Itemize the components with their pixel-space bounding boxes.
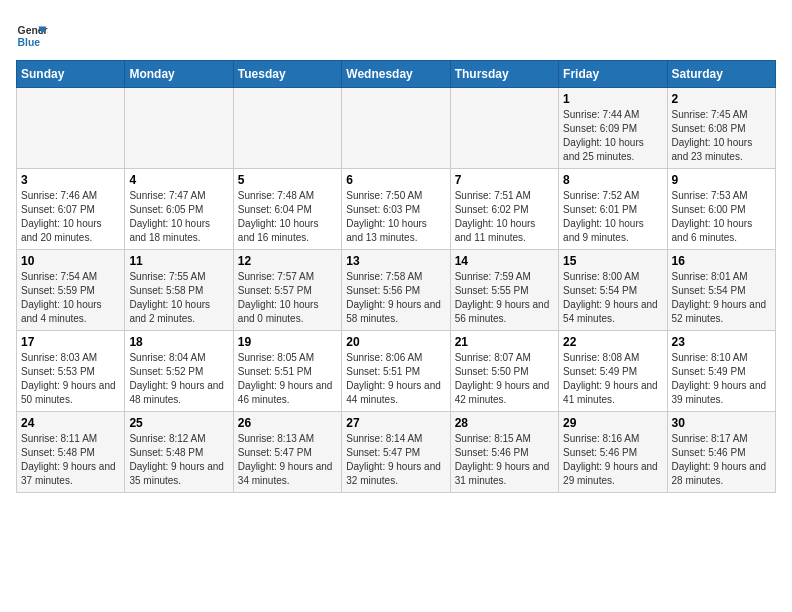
logo: General Blue [16, 20, 48, 52]
day-info: Sunrise: 7:52 AMSunset: 6:01 PMDaylight:… [563, 189, 662, 245]
day-number: 25 [129, 416, 228, 430]
day-number: 13 [346, 254, 445, 268]
day-info: Sunrise: 8:00 AMSunset: 5:54 PMDaylight:… [563, 270, 662, 326]
day-info: Sunrise: 8:11 AMSunset: 5:48 PMDaylight:… [21, 432, 120, 488]
calendar-cell: 4Sunrise: 7:47 AMSunset: 6:05 PMDaylight… [125, 169, 233, 250]
day-info: Sunrise: 8:03 AMSunset: 5:53 PMDaylight:… [21, 351, 120, 407]
calendar-cell: 18Sunrise: 8:04 AMSunset: 5:52 PMDayligh… [125, 331, 233, 412]
day-number: 17 [21, 335, 120, 349]
day-number: 14 [455, 254, 554, 268]
calendar-cell: 15Sunrise: 8:00 AMSunset: 5:54 PMDayligh… [559, 250, 667, 331]
weekday-header: Wednesday [342, 61, 450, 88]
day-number: 6 [346, 173, 445, 187]
calendar-cell: 9Sunrise: 7:53 AMSunset: 6:00 PMDaylight… [667, 169, 775, 250]
weekday-header: Thursday [450, 61, 558, 88]
day-number: 24 [21, 416, 120, 430]
day-info: Sunrise: 7:50 AMSunset: 6:03 PMDaylight:… [346, 189, 445, 245]
day-info: Sunrise: 8:10 AMSunset: 5:49 PMDaylight:… [672, 351, 771, 407]
calendar-table: SundayMondayTuesdayWednesdayThursdayFrid… [16, 60, 776, 493]
day-info: Sunrise: 7:53 AMSunset: 6:00 PMDaylight:… [672, 189, 771, 245]
calendar-cell: 19Sunrise: 8:05 AMSunset: 5:51 PMDayligh… [233, 331, 341, 412]
day-info: Sunrise: 7:55 AMSunset: 5:58 PMDaylight:… [129, 270, 228, 326]
day-info: Sunrise: 7:48 AMSunset: 6:04 PMDaylight:… [238, 189, 337, 245]
day-info: Sunrise: 8:07 AMSunset: 5:50 PMDaylight:… [455, 351, 554, 407]
day-number: 8 [563, 173, 662, 187]
calendar-cell: 30Sunrise: 8:17 AMSunset: 5:46 PMDayligh… [667, 412, 775, 493]
calendar-cell: 6Sunrise: 7:50 AMSunset: 6:03 PMDaylight… [342, 169, 450, 250]
day-number: 20 [346, 335, 445, 349]
calendar-cell [342, 88, 450, 169]
calendar-cell [17, 88, 125, 169]
calendar-cell: 24Sunrise: 8:11 AMSunset: 5:48 PMDayligh… [17, 412, 125, 493]
day-info: Sunrise: 7:44 AMSunset: 6:09 PMDaylight:… [563, 108, 662, 164]
day-number: 2 [672, 92, 771, 106]
day-number: 15 [563, 254, 662, 268]
calendar-cell: 13Sunrise: 7:58 AMSunset: 5:56 PMDayligh… [342, 250, 450, 331]
calendar-cell: 12Sunrise: 7:57 AMSunset: 5:57 PMDayligh… [233, 250, 341, 331]
day-number: 11 [129, 254, 228, 268]
day-number: 26 [238, 416, 337, 430]
day-info: Sunrise: 7:58 AMSunset: 5:56 PMDaylight:… [346, 270, 445, 326]
day-number: 4 [129, 173, 228, 187]
weekday-header: Saturday [667, 61, 775, 88]
calendar-cell: 16Sunrise: 8:01 AMSunset: 5:54 PMDayligh… [667, 250, 775, 331]
calendar-cell: 26Sunrise: 8:13 AMSunset: 5:47 PMDayligh… [233, 412, 341, 493]
day-info: Sunrise: 8:16 AMSunset: 5:46 PMDaylight:… [563, 432, 662, 488]
day-number: 18 [129, 335, 228, 349]
day-info: Sunrise: 8:01 AMSunset: 5:54 PMDaylight:… [672, 270, 771, 326]
calendar-cell [233, 88, 341, 169]
day-number: 30 [672, 416, 771, 430]
calendar-cell: 20Sunrise: 8:06 AMSunset: 5:51 PMDayligh… [342, 331, 450, 412]
day-number: 19 [238, 335, 337, 349]
day-number: 3 [21, 173, 120, 187]
calendar-cell [450, 88, 558, 169]
calendar-cell: 28Sunrise: 8:15 AMSunset: 5:46 PMDayligh… [450, 412, 558, 493]
day-info: Sunrise: 8:06 AMSunset: 5:51 PMDaylight:… [346, 351, 445, 407]
header: General Blue [16, 16, 776, 52]
logo-icon: General Blue [16, 20, 48, 52]
day-number: 29 [563, 416, 662, 430]
day-info: Sunrise: 7:51 AMSunset: 6:02 PMDaylight:… [455, 189, 554, 245]
weekday-header: Tuesday [233, 61, 341, 88]
day-info: Sunrise: 8:17 AMSunset: 5:46 PMDaylight:… [672, 432, 771, 488]
calendar-cell: 27Sunrise: 8:14 AMSunset: 5:47 PMDayligh… [342, 412, 450, 493]
day-number: 12 [238, 254, 337, 268]
calendar-cell: 17Sunrise: 8:03 AMSunset: 5:53 PMDayligh… [17, 331, 125, 412]
weekday-header: Friday [559, 61, 667, 88]
day-info: Sunrise: 8:13 AMSunset: 5:47 PMDaylight:… [238, 432, 337, 488]
day-number: 16 [672, 254, 771, 268]
day-info: Sunrise: 8:08 AMSunset: 5:49 PMDaylight:… [563, 351, 662, 407]
calendar-cell: 2Sunrise: 7:45 AMSunset: 6:08 PMDaylight… [667, 88, 775, 169]
calendar-cell: 23Sunrise: 8:10 AMSunset: 5:49 PMDayligh… [667, 331, 775, 412]
day-info: Sunrise: 7:54 AMSunset: 5:59 PMDaylight:… [21, 270, 120, 326]
day-info: Sunrise: 7:47 AMSunset: 6:05 PMDaylight:… [129, 189, 228, 245]
day-info: Sunrise: 7:57 AMSunset: 5:57 PMDaylight:… [238, 270, 337, 326]
calendar-cell [125, 88, 233, 169]
calendar-cell: 10Sunrise: 7:54 AMSunset: 5:59 PMDayligh… [17, 250, 125, 331]
weekday-header: Sunday [17, 61, 125, 88]
day-number: 9 [672, 173, 771, 187]
svg-text:Blue: Blue [18, 37, 41, 48]
calendar-cell: 5Sunrise: 7:48 AMSunset: 6:04 PMDaylight… [233, 169, 341, 250]
calendar-cell: 25Sunrise: 8:12 AMSunset: 5:48 PMDayligh… [125, 412, 233, 493]
calendar-cell: 1Sunrise: 7:44 AMSunset: 6:09 PMDaylight… [559, 88, 667, 169]
weekday-header: Monday [125, 61, 233, 88]
day-number: 1 [563, 92, 662, 106]
calendar-cell: 11Sunrise: 7:55 AMSunset: 5:58 PMDayligh… [125, 250, 233, 331]
day-number: 5 [238, 173, 337, 187]
calendar-cell: 8Sunrise: 7:52 AMSunset: 6:01 PMDaylight… [559, 169, 667, 250]
calendar-cell: 14Sunrise: 7:59 AMSunset: 5:55 PMDayligh… [450, 250, 558, 331]
day-number: 21 [455, 335, 554, 349]
calendar-cell: 29Sunrise: 8:16 AMSunset: 5:46 PMDayligh… [559, 412, 667, 493]
day-info: Sunrise: 8:04 AMSunset: 5:52 PMDaylight:… [129, 351, 228, 407]
day-number: 23 [672, 335, 771, 349]
day-info: Sunrise: 8:05 AMSunset: 5:51 PMDaylight:… [238, 351, 337, 407]
day-info: Sunrise: 8:15 AMSunset: 5:46 PMDaylight:… [455, 432, 554, 488]
day-info: Sunrise: 7:45 AMSunset: 6:08 PMDaylight:… [672, 108, 771, 164]
calendar-cell: 21Sunrise: 8:07 AMSunset: 5:50 PMDayligh… [450, 331, 558, 412]
day-number: 22 [563, 335, 662, 349]
calendar-cell: 3Sunrise: 7:46 AMSunset: 6:07 PMDaylight… [17, 169, 125, 250]
day-number: 10 [21, 254, 120, 268]
calendar-cell: 22Sunrise: 8:08 AMSunset: 5:49 PMDayligh… [559, 331, 667, 412]
day-info: Sunrise: 8:12 AMSunset: 5:48 PMDaylight:… [129, 432, 228, 488]
